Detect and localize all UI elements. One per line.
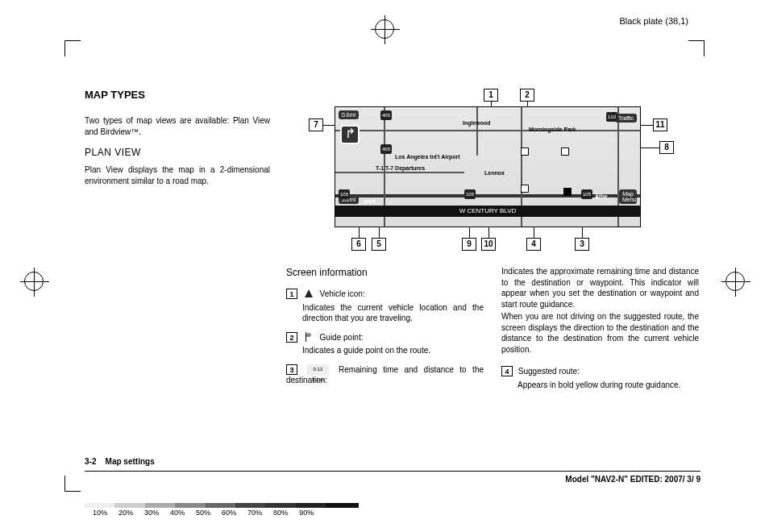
map-label: port xyxy=(364,198,376,204)
legend-item-2: 2 Guide point: Indicates a guide point o… xyxy=(286,332,484,356)
callout-line xyxy=(641,125,653,126)
map-label: Lennox xyxy=(484,170,505,176)
page-number: 3-2 xyxy=(85,457,96,466)
legend-item-4: 4 Suggested route: Appears in bold yello… xyxy=(501,366,699,390)
legend-desc: Indicates the current vehicle location a… xyxy=(286,302,484,324)
legend-desc-continued: Indicates the approximate remaining time… xyxy=(501,266,699,310)
traffic-badge: Traffic xyxy=(615,114,637,123)
callout-2: 2 xyxy=(520,89,534,102)
poi-marker xyxy=(561,148,569,156)
map-menu-badge: Map Menu xyxy=(619,189,637,204)
legend-desc: Appears in bold yellow during route guid… xyxy=(501,380,699,391)
registration-mark xyxy=(24,272,44,291)
shield-405: 405 xyxy=(380,110,392,120)
pct: 80% xyxy=(273,509,288,517)
shield-110: 110 xyxy=(606,112,617,122)
map-figure: 1 2 7 11 8 6 5 9 10 4 3 xyxy=(302,89,705,250)
callout-1: 1 xyxy=(484,89,498,102)
footer-divider xyxy=(85,471,700,472)
pct: 90% xyxy=(299,509,314,517)
model-info: Model "NAV2-N" EDITED: 2007/ 3/ 9 xyxy=(565,475,700,484)
map-screenshot: 0.6mi 1/2mi Traffic Map Menu ⚑ 0:12, 3.2… xyxy=(335,106,641,227)
page-footer-title: Map settings xyxy=(106,457,155,466)
screen-info-title: Screen information xyxy=(286,266,484,279)
poi-marker xyxy=(521,185,529,193)
callout-10: 10 xyxy=(481,238,496,251)
callout-line xyxy=(641,148,659,148)
shield-105: 105 xyxy=(339,189,350,199)
shield-105: 105 xyxy=(581,189,592,199)
legend-number: 1 xyxy=(286,289,297,299)
pct: 60% xyxy=(222,509,236,517)
callout-11: 11 xyxy=(653,118,667,131)
callout-line xyxy=(379,227,380,238)
map-label: T-1 T-7 Departures xyxy=(376,165,425,171)
legend-number: 3 xyxy=(286,364,297,375)
callout-9: 9 xyxy=(462,238,476,251)
distance-badge: 0.6mi xyxy=(339,110,359,119)
map-label: Athe xyxy=(595,193,608,199)
pct: 10% xyxy=(93,509,107,517)
legend-label: Vehicle icon: xyxy=(320,289,365,298)
pct: 50% xyxy=(196,509,210,517)
callout-line xyxy=(359,227,360,238)
registration-mark xyxy=(375,19,394,39)
legend-desc-continued-2: When you are not driving on the suggeste… xyxy=(501,311,699,355)
legend-desc: Indicates a guide point on the route. xyxy=(286,345,484,356)
callout-7: 7 xyxy=(309,118,323,131)
crop-mark xyxy=(64,476,81,492)
registration-mark xyxy=(725,272,745,291)
map-label: Los Angeles Int'l Airport xyxy=(395,154,459,160)
percent-labels: 10% 20% 30% 40% 50% 60% 70% 80% 90% xyxy=(93,509,700,517)
section-title: MAP TYPES xyxy=(85,89,270,101)
plan-view-title: PLAN VIEW xyxy=(85,147,270,158)
intro-text: Two types of map views are available: Pl… xyxy=(85,115,270,137)
legend-label: Suggested route: xyxy=(518,367,580,376)
callout-3: 3 xyxy=(575,238,589,251)
plan-view-desc: Plan View displays the map in a 2-dimens… xyxy=(85,164,270,186)
turn-arrow-icon xyxy=(340,125,360,144)
callout-line xyxy=(323,125,335,126)
crop-mark xyxy=(688,40,705,56)
shield-405: 405 xyxy=(380,144,392,154)
density-bar: 10% 20% 30% 40% 50% 60% 70% 80% 90% xyxy=(85,503,700,516)
callout-6: 6 xyxy=(351,238,366,251)
map-label: Morningside Park xyxy=(529,127,576,132)
legend-number: 2 xyxy=(286,332,297,343)
vehicle-icon xyxy=(303,289,314,299)
pct: 30% xyxy=(144,509,159,517)
crop-mark xyxy=(64,40,81,56)
legend-item-1: 1 Vehicle icon: Indicates the current ve… xyxy=(286,289,484,324)
gradient-strip xyxy=(85,503,359,508)
callout-8: 8 xyxy=(659,141,674,154)
callout-line xyxy=(582,227,583,238)
pct: 40% xyxy=(170,509,185,517)
street-banner: W CENTURY BLVD xyxy=(335,206,640,217)
poi-marker xyxy=(521,148,529,156)
map-label: Inglewood xyxy=(463,120,491,126)
legend-item-3: 3 0:12 3.2mi Remaining time and distance… xyxy=(286,364,484,386)
shield-105: 105 xyxy=(464,189,476,199)
guide-point-icon xyxy=(303,332,314,343)
pct: 70% xyxy=(247,509,262,517)
checkered-flag-icon xyxy=(563,188,572,196)
pct: 20% xyxy=(118,509,133,517)
legend-number: 4 xyxy=(501,366,513,376)
callout-5: 5 xyxy=(372,238,386,251)
legend-label: Guide point: xyxy=(320,333,364,342)
callout-4: 4 xyxy=(526,238,541,251)
remaining-icon: 0:12 3.2mi xyxy=(306,364,329,375)
plate-label: Black plate (38,1) xyxy=(619,16,688,26)
